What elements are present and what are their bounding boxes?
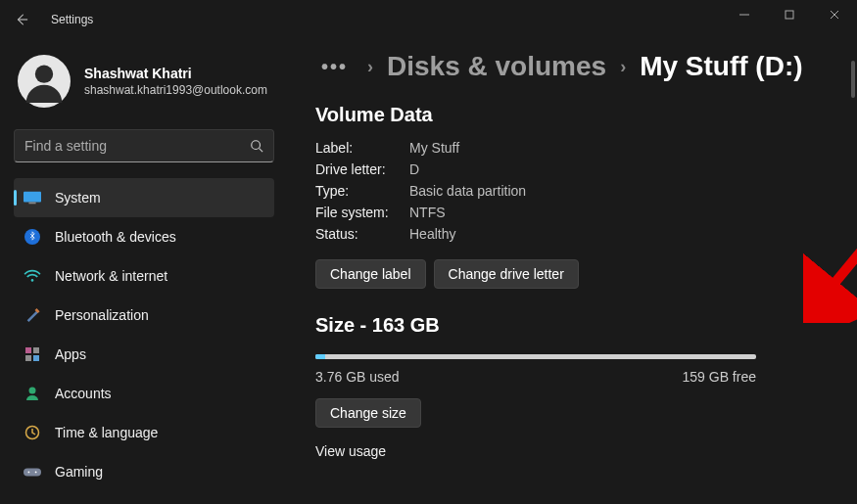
- prop-label: Label:: [315, 140, 409, 156]
- size-heading: Size - 163 GB: [315, 314, 818, 337]
- breadcrumb-more[interactable]: •••: [315, 52, 354, 82]
- person-icon: [23, 60, 66, 103]
- scrollbar[interactable]: [851, 61, 855, 98]
- svg-rect-11: [33, 355, 39, 361]
- svg-point-1: [35, 66, 53, 83]
- change-label-button[interactable]: Change label: [315, 259, 426, 289]
- user-email: shashwat.khatri1993@outlook.com: [84, 83, 267, 97]
- clock-icon: [24, 424, 41, 441]
- prop-value-type: Basic data partition: [409, 183, 818, 199]
- svg-rect-0: [786, 11, 793, 19]
- sidebar-item-personalization[interactable]: Personalization: [14, 296, 274, 335]
- volume-data-heading: Volume Data: [315, 104, 818, 126]
- svg-point-12: [29, 388, 36, 394]
- sidebar-item-gaming[interactable]: Gaming: [14, 452, 274, 491]
- search-input[interactable]: Find a setting: [14, 129, 274, 162]
- breadcrumb-current: My Stuff (D:): [640, 51, 802, 82]
- prop-label: Status:: [315, 226, 409, 242]
- breadcrumb: ••• › Disks & volumes › My Stuff (D:): [315, 51, 818, 82]
- storage-bar: [315, 354, 756, 359]
- sidebar-item-label: Apps: [55, 346, 86, 362]
- breadcrumb-parent[interactable]: Disks & volumes: [387, 51, 606, 82]
- change-drive-letter-button[interactable]: Change drive letter: [434, 259, 579, 289]
- sidebar-item-label: Accounts: [55, 386, 112, 401]
- window-controls: [722, 0, 857, 29]
- sidebar-item-label: Time & language: [55, 425, 158, 440]
- sidebar-item-bluetooth[interactable]: Bluetooth & devices: [14, 217, 274, 256]
- prop-value-file-system: NTFS: [409, 205, 818, 220]
- gaming-icon: [24, 463, 41, 481]
- sidebar-item-time-language[interactable]: Time & language: [14, 413, 274, 452]
- svg-rect-4: [28, 203, 35, 205]
- prop-label: Drive letter:: [315, 161, 409, 177]
- arrow-left-icon: [15, 13, 28, 26]
- close-button[interactable]: [812, 0, 857, 29]
- wifi-icon: [24, 267, 41, 285]
- sidebar-item-network[interactable]: Network & internet: [14, 256, 274, 296]
- change-size-button[interactable]: Change size: [315, 398, 421, 428]
- svg-rect-8: [25, 347, 31, 353]
- sidebar-item-label: Network & internet: [55, 268, 167, 284]
- svg-point-6: [31, 279, 34, 282]
- svg-rect-9: [33, 347, 39, 353]
- paintbrush-icon: [24, 306, 41, 324]
- prop-value-drive-letter: D: [409, 161, 818, 177]
- view-usage-link[interactable]: View usage: [315, 443, 818, 459]
- window-title: Settings: [51, 13, 93, 26]
- apps-icon: [24, 345, 41, 363]
- sidebar-item-label: Gaming: [55, 464, 103, 480]
- avatar: [18, 55, 71, 108]
- sidebar-item-apps[interactable]: Apps: [14, 335, 274, 374]
- sidebar-item-label: Personalization: [55, 307, 149, 323]
- sidebar-item-accounts[interactable]: Accounts: [14, 374, 274, 413]
- prop-value-label: My Stuff: [409, 140, 818, 156]
- accounts-icon: [24, 385, 41, 402]
- search-icon: [250, 139, 263, 153]
- sidebar-item-label: Bluetooth & devices: [55, 229, 176, 245]
- sidebar-item-system[interactable]: System: [14, 178, 274, 217]
- main-content: ••• › Disks & volumes › My Stuff (D:) Vo…: [284, 39, 857, 504]
- svg-point-15: [28, 472, 30, 474]
- sidebar-item-label: System: [55, 190, 101, 206]
- svg-rect-10: [25, 355, 31, 361]
- bluetooth-icon: [24, 228, 41, 246]
- volume-properties: Label: My Stuff Drive letter: D Type: Ba…: [315, 140, 818, 242]
- user-name: Shashwat Khatri: [84, 66, 267, 81]
- svg-point-2: [252, 141, 261, 150]
- chevron-right-icon: ›: [620, 57, 626, 77]
- svg-point-16: [35, 472, 37, 474]
- svg-rect-3: [24, 192, 41, 203]
- back-button[interactable]: [12, 10, 31, 29]
- storage-used-text: 3.76 GB used: [315, 369, 400, 385]
- system-icon: [24, 189, 41, 206]
- search-placeholder: Find a setting: [24, 138, 250, 154]
- maximize-button[interactable]: [767, 0, 812, 29]
- prop-label: File system:: [315, 205, 409, 220]
- profile-block[interactable]: Shashwat Khatri shashwat.khatri1993@outl…: [10, 39, 284, 123]
- prop-label: Type:: [315, 183, 409, 199]
- svg-rect-14: [24, 468, 41, 476]
- storage-free-text: 159 GB free: [683, 369, 757, 385]
- sidebar: Shashwat Khatri shashwat.khatri1993@outl…: [0, 39, 284, 504]
- storage-used-segment: [315, 354, 325, 359]
- minimize-button[interactable]: [722, 0, 767, 29]
- chevron-right-icon: ›: [367, 57, 373, 77]
- prop-value-status: Healthy: [409, 226, 818, 242]
